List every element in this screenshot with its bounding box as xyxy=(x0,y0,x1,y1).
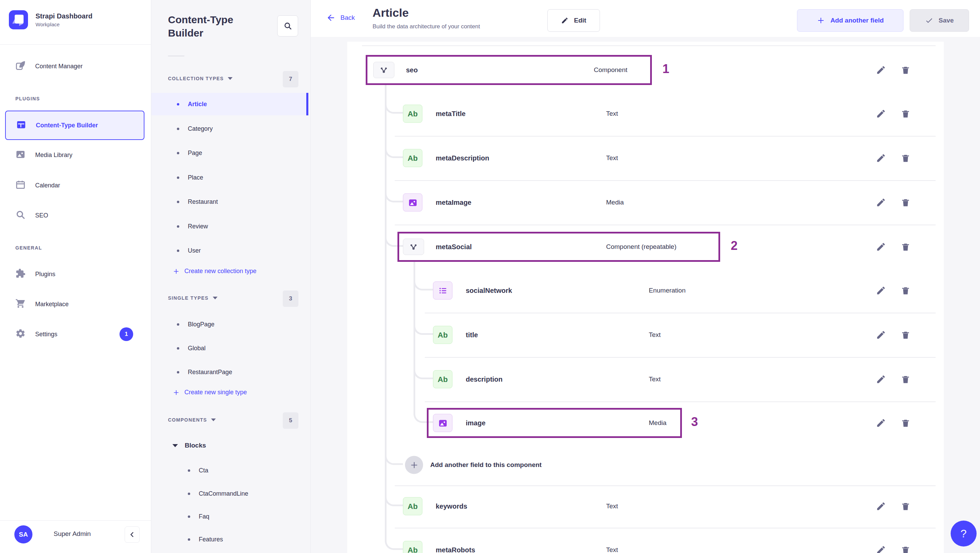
field-row-title: AbtitleText xyxy=(347,313,944,357)
panel-group-label[interactable]: COLLECTION TYPES xyxy=(168,76,232,81)
delete-field-button[interactable] xyxy=(900,417,912,429)
plus-icon xyxy=(817,16,825,25)
field-name: metaSocial xyxy=(436,243,472,251)
sidebar-item-media-library[interactable]: Media Library xyxy=(0,144,151,166)
back-link[interactable]: Back xyxy=(326,13,355,22)
annotation-number-1: 1 xyxy=(662,62,669,76)
image-icon xyxy=(15,149,25,161)
save-button[interactable]: Save xyxy=(910,9,969,32)
field-type: Media xyxy=(649,419,667,427)
add-field-label: Add another field to this component xyxy=(430,461,542,469)
delete-field-button[interactable] xyxy=(900,373,912,385)
field-name: socialNetwork xyxy=(466,287,512,295)
edit-field-button[interactable] xyxy=(875,544,887,553)
edit-field-button[interactable] xyxy=(875,64,887,76)
field-type: Text xyxy=(606,154,618,162)
field-row-keywords: AbkeywordsText xyxy=(347,484,944,528)
panel-item-ctacommandline[interactable]: CtaCommandLine xyxy=(151,483,308,505)
create-new-single-type-link[interactable]: Create new single type xyxy=(173,389,247,396)
panel-item-restaurantpage[interactable]: RestaurantPage xyxy=(151,361,308,383)
strapi-logo-icon xyxy=(9,10,28,29)
create-new-collection-type-link[interactable]: Create new collection type xyxy=(173,268,256,275)
panel-group-count: 3 xyxy=(283,291,298,307)
panel-item-user[interactable]: User xyxy=(151,240,308,262)
panel-item-blogpage[interactable]: BlogPage xyxy=(151,313,308,335)
builder-panel: Content-Type Builder COLLECTION TYPES7Ar… xyxy=(151,0,311,553)
sidebar-item-calendar[interactable]: Calendar xyxy=(0,175,151,196)
delete-field-button[interactable] xyxy=(900,108,912,119)
field-name: metaDescription xyxy=(436,154,489,162)
search-button[interactable] xyxy=(277,15,298,37)
panel-title: Content-Type Builder xyxy=(168,13,267,40)
check-icon xyxy=(925,16,933,25)
edit-field-button[interactable] xyxy=(875,417,887,429)
sidebar-item-label: Marketplace xyxy=(35,301,68,308)
edit-field-button[interactable] xyxy=(875,501,887,512)
edit-field-button[interactable] xyxy=(875,241,887,253)
enum-field-icon xyxy=(433,281,452,300)
panel-item-article[interactable]: Article xyxy=(151,93,308,115)
sidebar-item-marketplace[interactable]: Marketplace xyxy=(0,293,151,315)
panel-item-review[interactable]: Review xyxy=(151,215,308,237)
delete-field-button[interactable] xyxy=(900,501,912,512)
panel-item-category[interactable]: Category xyxy=(151,118,308,140)
app-subtitle: Workplace xyxy=(35,22,92,27)
help-button[interactable]: ? xyxy=(951,521,977,547)
panel-item-cta[interactable]: Cta xyxy=(151,459,308,481)
edit-field-button[interactable] xyxy=(875,285,887,296)
panel-group-label[interactable]: SINGLE TYPES xyxy=(168,295,218,301)
sidebar-item-content-manager[interactable]: Content Manager xyxy=(0,55,151,77)
field-type: Enumeration xyxy=(649,287,686,294)
field-name: metaRobots xyxy=(436,546,475,553)
sidebar-item-content-type-builder[interactable]: Content-Type Builder xyxy=(5,111,145,140)
delete-field-button[interactable] xyxy=(900,285,912,296)
delete-field-button[interactable] xyxy=(900,544,912,553)
arrow-left-icon xyxy=(326,13,336,22)
delete-field-button[interactable] xyxy=(900,241,912,253)
panel-group-label[interactable]: COMPONENTS xyxy=(168,417,216,423)
panel-item-faq[interactable]: Faq xyxy=(151,505,308,528)
search-icon xyxy=(15,210,25,221)
edit-field-button[interactable] xyxy=(875,373,887,385)
bullet-icon xyxy=(188,493,190,495)
brand: Strapi Dashboard Workplace xyxy=(9,10,92,29)
avatar[interactable]: SA xyxy=(14,525,32,543)
add-field-plus-button[interactable] xyxy=(405,456,423,474)
delete-field-button[interactable] xyxy=(900,197,912,208)
feather-icon xyxy=(15,60,25,72)
media-field-icon xyxy=(433,414,452,432)
delete-field-button[interactable] xyxy=(900,64,912,76)
bullet-icon xyxy=(188,469,190,472)
edit-button[interactable]: Edit xyxy=(547,9,600,32)
pencil-icon xyxy=(561,17,568,24)
sidebar-item-label: SEO xyxy=(35,212,48,219)
panel-item-page[interactable]: Page xyxy=(151,142,308,164)
add-field-to-component-row[interactable]: Add another field to this component xyxy=(347,443,944,487)
panel-item-restaurant[interactable]: Restaurant xyxy=(151,191,308,213)
add-another-field-button[interactable]: Add another field xyxy=(797,9,904,32)
sidebar-item-plugins[interactable]: Plugins xyxy=(0,263,151,285)
calendar-icon xyxy=(15,180,25,191)
edit-field-button[interactable] xyxy=(875,152,887,164)
delete-field-button[interactable] xyxy=(900,329,912,341)
field-name: metaTitle xyxy=(436,110,465,118)
edit-field-button[interactable] xyxy=(875,329,887,341)
panel-item-place[interactable]: Place xyxy=(151,167,308,188)
component-category-blocks[interactable]: Blocks xyxy=(172,442,206,449)
collapse-sidebar-button[interactable] xyxy=(125,526,140,543)
panel-item-features[interactable]: Features xyxy=(151,528,308,550)
plus-icon xyxy=(410,461,418,469)
delete-field-button[interactable] xyxy=(900,152,912,164)
bullet-icon xyxy=(177,371,179,373)
field-type: Text xyxy=(606,502,618,510)
field-row-socialNetwork: socialNetworkEnumeration xyxy=(347,268,944,313)
app-title: Strapi Dashboard xyxy=(35,12,92,20)
text-field-icon: Ab xyxy=(403,497,422,515)
panel-item-global[interactable]: Global xyxy=(151,337,308,359)
text-field-icon: Ab xyxy=(403,149,422,167)
bullet-icon xyxy=(177,249,179,252)
component-field-icon xyxy=(403,238,424,255)
edit-field-button[interactable] xyxy=(875,197,887,208)
sidebar-item-seo[interactable]: SEO xyxy=(0,205,151,226)
edit-field-button[interactable] xyxy=(875,108,887,119)
